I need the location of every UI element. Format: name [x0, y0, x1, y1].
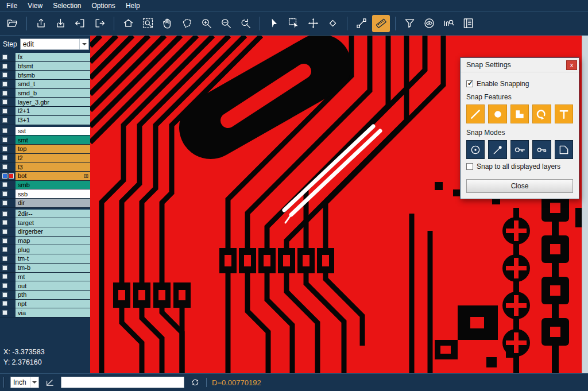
layer-checkbox[interactable] — [2, 283, 7, 288]
layer-checkbox[interactable] — [2, 292, 7, 297]
layer-row-dirgerber[interactable]: dirgerber — [0, 227, 90, 237]
layer-label[interactable]: layer_3.gbr — [16, 98, 90, 106]
view-filter-button[interactable] — [420, 15, 438, 32]
layer-color-indicator[interactable] — [9, 173, 14, 179]
layer-checkbox[interactable] — [2, 301, 7, 306]
snap-key-button[interactable] — [510, 140, 529, 159]
all-layers-row[interactable]: Snap to all displayed layers — [466, 162, 573, 171]
layer-checkbox[interactable] — [2, 72, 7, 78]
transform-button[interactable] — [304, 15, 322, 32]
layer-label[interactable]: bfsmt — [16, 62, 90, 71]
step-combobox[interactable]: edit — [20, 38, 89, 50]
zoom-redraw-button[interactable] — [237, 15, 254, 32]
menu-help[interactable]: Help — [121, 1, 145, 10]
layer-checkbox[interactable] — [2, 99, 7, 104]
layer-label[interactable]: map — [16, 237, 90, 245]
layer-row-layer_3.gbr[interactable]: layer_3.gbr — [0, 98, 90, 107]
layer-row-pth[interactable]: pth — [0, 291, 90, 300]
layer-checkbox[interactable] — [2, 182, 7, 187]
open-file-button[interactable] — [3, 15, 21, 32]
layer-label[interactable]: l3 — [16, 162, 90, 171]
layer-label[interactable]: tm-b — [16, 264, 90, 272]
menu-view[interactable]: View — [22, 1, 48, 10]
layer-row-plug[interactable]: plug — [0, 245, 90, 254]
layer-label[interactable]: tm-t — [16, 254, 90, 263]
vertical-scrollbar[interactable] — [582, 36, 588, 373]
snap-surface-button[interactable] — [510, 104, 529, 123]
select-arrow-button[interactable] — [265, 15, 283, 32]
text-search-button[interactable] — [440, 15, 458, 32]
layer-row-fx[interactable]: fx — [0, 53, 90, 62]
snap-arc-button[interactable] — [532, 104, 551, 123]
layer-row-dir[interactable]: dir — [0, 199, 90, 208]
layer-checkbox[interactable] — [2, 64, 7, 69]
layer-row-sst[interactable]: sst — [0, 127, 90, 136]
layer-label[interactable]: smb — [16, 181, 90, 189]
close-icon[interactable]: x — [566, 60, 577, 70]
layer-label[interactable]: fx — [16, 53, 90, 61]
layer-label[interactable]: out — [16, 281, 90, 290]
layer-checkbox[interactable] — [2, 146, 7, 152]
report-button[interactable] — [459, 15, 477, 32]
all-layers-checkbox[interactable] — [466, 163, 473, 170]
layer-row-ssb[interactable]: ssb — [0, 189, 90, 199]
select-window-button[interactable] — [285, 15, 303, 32]
pan-button[interactable] — [158, 15, 176, 32]
layer-checkbox[interactable] — [2, 229, 7, 234]
layer-label[interactable]: sst — [16, 127, 90, 136]
layer-row-l2+1[interactable]: l2+1 — [0, 107, 90, 116]
layer-row-smb[interactable]: smb — [0, 181, 90, 190]
measure-ruler-button[interactable] — [372, 15, 390, 32]
layer-row-smt[interactable]: smt — [0, 136, 90, 145]
line-tool-button[interactable] — [353, 15, 370, 32]
layer-row-smd_b[interactable]: smd_b — [0, 89, 90, 98]
layer-label[interactable]: 2dir-- — [16, 210, 90, 218]
layer-checkbox[interactable] — [2, 274, 7, 279]
export-job-button[interactable] — [52, 15, 69, 32]
zoom-window-button[interactable] — [139, 15, 157, 32]
menu-selection[interactable]: Selection — [48, 1, 86, 10]
grid-icon[interactable]: ⊞ — [84, 173, 88, 179]
snap-line-button[interactable] — [466, 104, 485, 123]
layer-label[interactable]: smt — [16, 136, 90, 144]
layer-checkbox[interactable] — [2, 55, 7, 60]
snap-outline-button[interactable] — [555, 140, 573, 159]
layer-label[interactable]: bot⊞ — [16, 172, 90, 180]
layer-checkbox[interactable] — [2, 220, 7, 225]
layer-row-l3+1[interactable]: l3+1 — [0, 116, 90, 125]
menu-file[interactable]: File — [1, 1, 22, 10]
snap-pad-button[interactable] — [488, 104, 506, 123]
layer-label[interactable]: smd_b — [16, 89, 90, 98]
layer-checkbox[interactable] — [2, 191, 7, 196]
layer-row-tm-b[interactable]: tm-b — [0, 264, 90, 273]
layer-row-target[interactable]: target — [0, 218, 90, 227]
layer-checkbox[interactable] — [2, 118, 7, 123]
layer-label[interactable]: ssb — [16, 189, 90, 198]
layer-row-npt[interactable]: npt — [0, 300, 90, 309]
angle-measure-icon[interactable] — [44, 377, 56, 388]
active-layer-indicator[interactable] — [2, 173, 7, 179]
layer-checkbox[interactable] — [2, 155, 7, 160]
layer-row-tm-t[interactable]: tm-t — [0, 254, 90, 264]
zoom-in-button[interactable] — [198, 15, 215, 32]
layer-row-bot[interactable]: bot⊞ — [0, 172, 90, 181]
enable-snapping-row[interactable]: Enable Snapping — [466, 80, 573, 88]
layer-checkbox[interactable] — [2, 82, 7, 87]
layer-checkbox[interactable] — [2, 211, 7, 216]
unit-combobox[interactable]: Inch — [10, 377, 39, 388]
layer-checkbox[interactable] — [2, 256, 7, 261]
command-input[interactable] — [61, 377, 184, 388]
import-job-button[interactable] — [32, 15, 50, 32]
close-button[interactable]: Close — [466, 179, 573, 193]
snap-slot-button[interactable] — [532, 140, 551, 159]
zoom-home-button[interactable] — [119, 15, 137, 32]
layer-label[interactable]: target — [16, 218, 90, 227]
menu-options[interactable]: Options — [87, 1, 121, 10]
snap-text-button[interactable] — [555, 104, 573, 123]
layer-label[interactable]: pth — [16, 291, 90, 299]
layer-label[interactable]: npt — [16, 300, 90, 308]
layer-row-bfsmt[interactable]: bfsmt — [0, 62, 90, 71]
layer-checkbox[interactable] — [2, 164, 7, 169]
layer-row-mt[interactable]: mt — [0, 273, 90, 282]
gerber-canvas[interactable]: Snap Settings x Enable Snapping Snap Fea… — [90, 36, 582, 373]
